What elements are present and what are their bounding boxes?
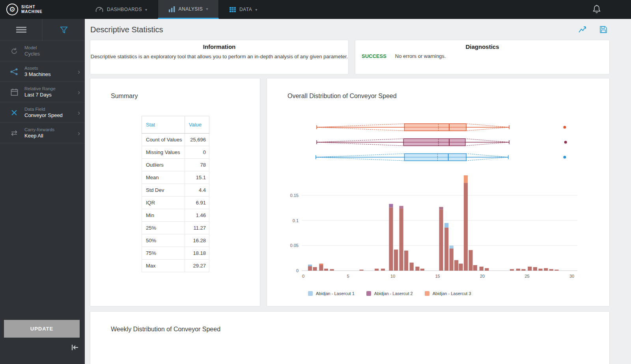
histogram-bar[interactable]	[381, 269, 385, 271]
histogram-bar[interactable]	[375, 269, 379, 271]
sidebar-item-relative-range[interactable]: Relative Range Last 7 Days ›	[0, 82, 85, 102]
histogram-bar[interactable]	[404, 251, 408, 271]
sidebar-item-model[interactable]: Model Cycles	[0, 41, 85, 61]
histogram-bar-cap[interactable]	[439, 207, 443, 209]
histogram-bar[interactable]	[469, 250, 472, 271]
histogram-bar-cap[interactable]	[319, 264, 323, 265]
boxplot-box[interactable]	[405, 154, 467, 161]
legend-item[interactable]: Abidjan - Lasercut 2	[366, 291, 413, 296]
histogram-bar[interactable]	[549, 269, 553, 271]
histogram-bar[interactable]	[420, 269, 424, 271]
calendar-icon	[9, 88, 19, 96]
brand-logo[interactable]: ⚙ SIGHT MACHINE	[0, 0, 85, 19]
sidebar-item-value: Last 7 Days	[24, 92, 56, 98]
histogram-bar[interactable]	[480, 267, 484, 271]
histogram-bar[interactable]	[319, 265, 323, 271]
histogram-bar[interactable]	[554, 269, 558, 271]
nav-dashboards[interactable]: DASHBOARDS ▾	[85, 0, 158, 19]
histogram-bar[interactable]	[308, 266, 312, 271]
histogram-bar[interactable]	[394, 250, 398, 271]
histogram-bar-cap[interactable]	[444, 223, 448, 227]
histogram-bar[interactable]	[473, 265, 477, 271]
histogram-bar[interactable]	[439, 210, 443, 271]
histogram-bar[interactable]	[544, 268, 548, 271]
histogram-bar[interactable]	[510, 269, 514, 271]
distribution-chart[interactable]: 00.050.10.15051015202530	[275, 113, 590, 282]
chevron-down-icon: ▾	[255, 7, 258, 12]
histogram-bar[interactable]	[533, 267, 537, 271]
histogram-bar[interactable]	[528, 267, 532, 271]
boxplot-box[interactable]	[403, 139, 465, 146]
boxplot-box[interactable]	[405, 124, 467, 131]
histogram-bar[interactable]	[450, 249, 454, 271]
stat-value: 11.27	[185, 222, 209, 234]
histogram-bar[interactable]	[389, 208, 393, 271]
histogram-bar[interactable]	[454, 260, 458, 271]
stat-value: 4.4	[185, 184, 209, 197]
sidebar-menu-button[interactable]	[0, 19, 43, 41]
outlier-point[interactable]	[563, 156, 566, 159]
histogram-bar-cap[interactable]	[308, 265, 312, 266]
histogram-bar[interactable]	[516, 269, 520, 271]
page-title: Descriptive Statistics	[90, 25, 163, 34]
chevron-right-icon: ›	[78, 89, 80, 96]
histogram-bar-cap[interactable]	[389, 204, 393, 208]
histogram-bar[interactable]	[485, 268, 489, 271]
histogram-bar[interactable]	[399, 208, 403, 271]
legend-item[interactable]: Abidjan - Lasercut 1	[308, 291, 355, 296]
histogram-bar-cap[interactable]	[464, 175, 468, 183]
sidebar-item-label: Model	[24, 45, 40, 50]
chevron-right-icon: ›	[78, 109, 80, 116]
app-menu-button[interactable]	[612, 6, 622, 13]
trend-line-icon	[578, 26, 587, 33]
stat-value: 0	[185, 146, 209, 159]
table-header-row: Stat Value	[142, 116, 209, 134]
top-nav: ⚙ SIGHT MACHINE DASHBOARDS ▾ ANALYSIS ▾	[0, 0, 631, 19]
histogram-bar[interactable]	[313, 267, 317, 271]
histogram-bar[interactable]	[324, 269, 328, 271]
bell-icon	[592, 5, 601, 14]
boxplot-density-line	[317, 142, 403, 146]
histogram-bar-cap[interactable]	[450, 245, 454, 249]
nav-analysis[interactable]: ANALYSIS ▾	[158, 0, 219, 19]
sidebar-item-assets[interactable]: Assets 3 Machines ›	[0, 61, 85, 82]
histogram-bar[interactable]	[415, 267, 419, 271]
column-header-stat[interactable]: Stat	[142, 116, 185, 134]
chevron-right-icon: ›	[78, 68, 80, 75]
sidebar-item-label: Assets	[24, 66, 50, 71]
table-row: Missing Values0	[142, 146, 209, 159]
legend-swatch-icon	[308, 291, 313, 296]
sidebar-item-label: Carry-forwards	[24, 127, 54, 132]
histogram-bar[interactable]	[459, 264, 463, 271]
outlier-point[interactable]	[563, 126, 566, 129]
nav-data[interactable]: DATA ▾	[219, 0, 268, 19]
save-button[interactable]	[599, 26, 607, 33]
histogram-bar[interactable]	[359, 269, 363, 271]
column-header-value[interactable]: Value	[185, 116, 209, 134]
histogram-bar[interactable]	[410, 263, 414, 271]
histogram-bar[interactable]	[538, 269, 542, 271]
stat-name: Outliers	[142, 159, 185, 171]
notifications-button[interactable]	[592, 5, 601, 14]
histogram-bar-cap[interactable]	[399, 206, 403, 208]
table-row: Outliers78	[142, 159, 209, 171]
stat-value: 29.27	[185, 260, 209, 272]
filter-button[interactable]	[43, 19, 85, 41]
legend-item[interactable]: Abidjan - Lasercut 3	[425, 291, 471, 296]
nav-analysis-label: ANALYSIS	[179, 6, 203, 12]
open-chart-button[interactable]	[578, 26, 587, 33]
collapse-sidebar-button[interactable]	[71, 344, 79, 353]
sidebar-item-data-field[interactable]: Data Field Conveyor Speed ›	[0, 102, 85, 123]
histogram-bar[interactable]	[444, 227, 448, 271]
sidebar-item-label: Relative Range	[24, 86, 56, 91]
update-button[interactable]: UPDATE	[4, 320, 80, 338]
histogram-bar[interactable]	[464, 183, 468, 271]
diagnostics-message: No errors or warnings.	[395, 53, 446, 59]
sidebar: Model Cycles Assets 3 Machines ›	[0, 19, 85, 364]
histogram-bar[interactable]	[521, 269, 525, 271]
histogram-bar[interactable]	[330, 269, 334, 271]
y-axis-tick-label: 0.05	[290, 243, 299, 248]
status-badge: SUCCESS	[362, 53, 386, 59]
sidebar-item-carry-forwards[interactable]: Carry-forwards Keep All ›	[0, 123, 85, 143]
outlier-point[interactable]	[564, 141, 567, 144]
